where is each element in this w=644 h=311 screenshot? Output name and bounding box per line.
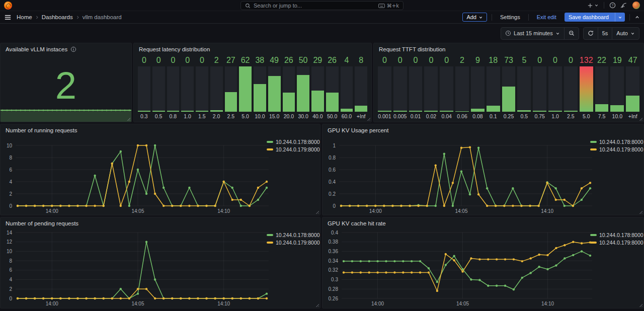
chevron-down-icon (630, 31, 635, 36)
svg-text:0: 0 (333, 203, 336, 209)
bar-column: 460.0 (341, 55, 353, 121)
panel-resize-handle[interactable] (639, 210, 642, 214)
svg-text:12: 12 (7, 239, 13, 245)
bar-fill (341, 109, 353, 112)
bar-column: 00.5 (152, 55, 165, 121)
bar-track (502, 66, 516, 112)
legend-series-marker (267, 141, 273, 143)
legend-series-label: 10.244.0.179:8000 (276, 146, 320, 152)
svg-text:0.26: 0.26 (329, 296, 339, 301)
bar-value-label: 0 (196, 55, 208, 66)
bar-track (297, 66, 309, 112)
panel-resize-handle[interactable] (639, 117, 642, 121)
save-dashboard-button[interactable]: Save dashboard (565, 13, 625, 22)
bar-fill (355, 106, 367, 112)
bar-column: 00.3 (138, 55, 150, 121)
bar-fill (167, 111, 180, 112)
time-series-viz[interactable]: 0246810121414:0014:0514:1010.244.0.178:8… (1, 229, 320, 308)
info-icon[interactable] (70, 46, 76, 52)
bar-fill (326, 93, 339, 112)
legend-item[interactable]: 10.244.0.178:8000 (590, 232, 638, 238)
auto-refresh-picker[interactable]: Auto (612, 28, 639, 39)
settings-button[interactable]: Settings (497, 13, 524, 22)
breadcrumb-home[interactable]: Home (17, 14, 32, 20)
bar-bucket-label: 20.0 (283, 112, 295, 121)
news-icon[interactable] (621, 2, 627, 9)
legend-item[interactable]: 10.244.0.178:8000 (267, 232, 315, 238)
bar-fill (239, 66, 252, 112)
breadcrumb-dashboards[interactable]: Dashboards (42, 14, 73, 20)
legend-item[interactable]: 10.244.0.179:8000 (590, 146, 638, 152)
svg-text:0.3: 0.3 (331, 277, 338, 282)
refresh-button[interactable] (584, 28, 598, 39)
bar-fill (533, 111, 546, 112)
bar-fill (138, 111, 150, 112)
bar-bucket-label: 60.0 (341, 112, 353, 121)
panel-title[interactable]: Request latency distribution (139, 46, 210, 52)
bar-value-label: 0 (181, 55, 194, 66)
help-icon[interactable]: ? (609, 2, 616, 9)
svg-text:0.38: 0.38 (329, 239, 339, 245)
bar-bucket-label: 0.75 (533, 112, 546, 121)
time-series-viz[interactable]: 024681014:0014:0514:1010.244.0.178:80001… (1, 136, 320, 215)
bar-fill (311, 91, 324, 112)
bar-track (626, 66, 639, 112)
panel-title[interactable]: Number of pending requests (6, 220, 78, 226)
bar-track (440, 66, 453, 112)
bar-gauge[interactable]: 00.300.500.801.001.522.0272.5625.03810.0… (134, 55, 371, 122)
panel-available-instances: Available vLLM instaces 2 (0, 43, 132, 122)
svg-text:14:10: 14:10 (217, 301, 230, 306)
exit-edit-button[interactable]: Exit edit (533, 13, 560, 22)
bar-value-label: 0 (440, 55, 453, 66)
svg-text:0.4: 0.4 (331, 230, 338, 236)
time-series-viz[interactable]: 0.260.280.30.320.340.360.380.414:0014:05… (323, 229, 643, 308)
legend-item[interactable]: 10.244.0.178:8000 (590, 139, 638, 145)
add-menu-button[interactable] (587, 3, 599, 9)
legend-item[interactable]: 10.244.0.179:8000 (267, 240, 315, 246)
search-input[interactable]: Search or jump to... ⌘+k (240, 1, 404, 10)
panel-resize-handle[interactable] (639, 303, 642, 307)
zoom-out-button[interactable] (564, 28, 579, 39)
bar-fill (517, 110, 531, 112)
add-button[interactable]: Add (462, 13, 487, 22)
stat-value: 2 (55, 66, 76, 105)
svg-text:0.6: 0.6 (329, 167, 336, 173)
bar-fill (225, 92, 237, 112)
panel-request-latency: Request latency distribution 00.300.500.… (133, 43, 372, 122)
grafana-logo[interactable] (4, 2, 12, 10)
menu-icon[interactable] (4, 14, 12, 21)
bar-bucket-label: +Inf (626, 112, 639, 121)
panel-title[interactable]: Available vLLM instaces (6, 46, 67, 52)
bar-fill (378, 111, 391, 112)
stat-viz[interactable]: 2 (1, 55, 131, 122)
bar-bucket-label: 2.0 (210, 112, 223, 121)
svg-text:10: 10 (7, 143, 13, 148)
legend-series-label: 10.244.0.178:8000 (599, 139, 643, 145)
bar-gauge[interactable]: 00.00100.00500.0100.0200.0420.0690.08180… (374, 55, 643, 122)
svg-text:0.34: 0.34 (329, 258, 339, 264)
panel-resize-handle[interactable] (367, 117, 370, 121)
panel-resize-handle[interactable] (127, 117, 130, 121)
legend-item[interactable]: 10.244.0.178:8000 (267, 139, 315, 145)
panel-title[interactable]: GPU KV Usage percent (328, 127, 388, 133)
svg-text:0.32: 0.32 (329, 267, 339, 273)
svg-text:0.2: 0.2 (329, 191, 336, 197)
bar-value-label: 19 (610, 55, 624, 66)
panel-title[interactable]: Number of running requests (6, 127, 77, 133)
panel-resize-handle[interactable] (315, 303, 319, 307)
save-options-caret[interactable] (615, 13, 625, 22)
panel-title[interactable]: Request TTFT distribution (379, 46, 446, 52)
time-range-picker[interactable]: Last 15 minutes (501, 28, 564, 39)
legend-item[interactable]: 10.244.0.179:8000 (590, 240, 638, 246)
panel-resize-handle[interactable] (315, 210, 319, 214)
bar-fill (487, 106, 500, 112)
refresh-interval[interactable]: 5s (598, 28, 612, 39)
bar-track (595, 66, 609, 112)
user-avatar[interactable] (632, 2, 640, 9)
panel-title[interactable]: GPU KV cache hit rate (328, 220, 386, 226)
legend-item[interactable]: 10.244.0.179:8000 (267, 146, 315, 152)
time-series-viz[interactable]: 00.20.40.60.8114:0014:0514:1010.244.0.17… (323, 136, 643, 215)
svg-text:0.28: 0.28 (329, 286, 339, 292)
bar-value-label: 0 (152, 55, 165, 66)
collapse-controls-button[interactable] (634, 15, 640, 20)
